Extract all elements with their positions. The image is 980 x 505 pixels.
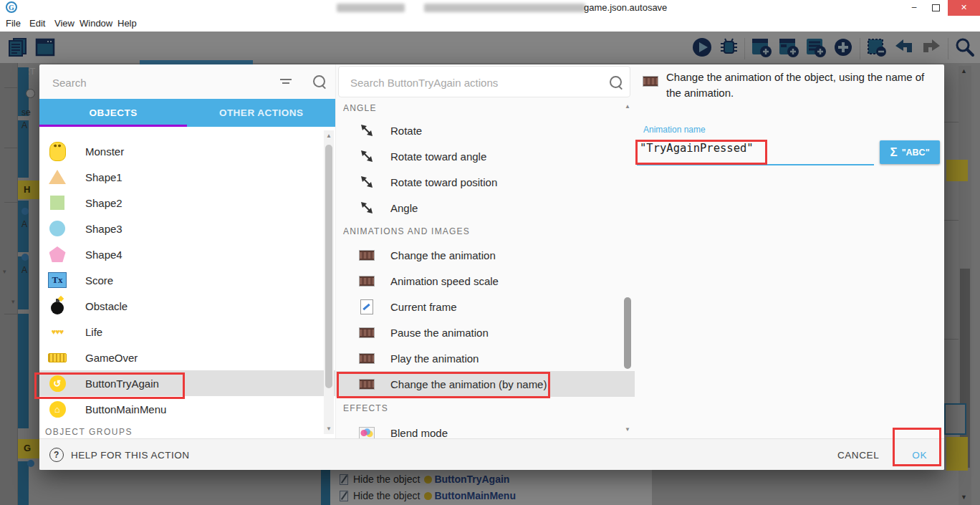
action-item-pause-animation[interactable]: Pause the animation <box>336 319 635 345</box>
objects-search-input[interactable] <box>51 73 261 92</box>
action-label: Animation speed scale <box>390 275 499 287</box>
object-label: ButtonMainMenu <box>85 403 166 415</box>
banner-icon <box>48 348 67 367</box>
filter-icon[interactable] <box>280 79 293 87</box>
object-list: Monster Shape1 Shape2 Shape3 Shape4 <box>39 127 335 438</box>
action-label: Play the animation <box>390 352 479 365</box>
object-label: Shape3 <box>85 223 123 235</box>
maximize-button[interactable] <box>926 0 946 16</box>
section-header-angle: ANGLE <box>336 99 635 117</box>
home-button-icon: ⌂ <box>48 400 67 419</box>
window-title: game.json.autosave <box>584 2 667 13</box>
action-item-rotate-toward-position[interactable]: Rotate toward position <box>336 169 635 195</box>
object-groups-header: OBJECT GROUPS <box>39 427 335 437</box>
film-icon <box>357 375 376 393</box>
action-item-blend-mode[interactable]: Blend mode <box>336 420 635 438</box>
bomb-icon <box>48 297 67 316</box>
cancel-button[interactable]: CANCEL <box>833 449 883 461</box>
rotate-icon <box>357 173 376 191</box>
menu-file[interactable]: File <box>6 18 21 29</box>
menu-view[interactable]: View <box>54 18 75 29</box>
object-item-monster[interactable]: Monster <box>39 138 335 164</box>
action-item-change-animation[interactable]: Change the animation <box>336 242 635 268</box>
text-object-icon: Tx <box>48 271 67 290</box>
tab-objects[interactable]: OBJECTS <box>39 99 188 127</box>
animation-name-field[interactable]: "TryAgainPressed" <box>640 142 754 155</box>
film-icon <box>357 324 376 341</box>
action-item-current-frame[interactable]: Current frame <box>336 294 635 319</box>
object-item-gameover[interactable]: GameOver <box>39 345 335 370</box>
action-label: Pause the animation <box>390 327 489 339</box>
action-label: Change the animation (by name) <box>390 378 547 390</box>
section-header-effects: EFFECTS <box>336 397 635 420</box>
action-label: Angle <box>390 202 418 214</box>
ok-button[interactable]: OK <box>908 449 931 461</box>
film-icon <box>357 350 376 367</box>
action-label: Rotate toward position <box>390 176 497 188</box>
action-chooser-panel: ANGLE Rotate Rotate toward angle Rotate … <box>335 64 634 438</box>
actions-search-input[interactable] <box>349 74 588 91</box>
expression-builder-button[interactable]: Σ "ABC" <box>880 140 940 164</box>
scroll-down-icon[interactable]: ▼ <box>625 426 630 433</box>
action-editor-dialog: OBJECTS OTHER ACTIONS Monster Shape1 Sha… <box>39 64 944 470</box>
minimize-button[interactable]: – <box>904 0 924 16</box>
action-label: Blend mode <box>390 427 448 439</box>
object-label: Life <box>85 326 102 338</box>
object-label: Monster <box>85 145 124 158</box>
film-icon <box>357 272 376 289</box>
help-for-this-action-link[interactable]: ? HELP FOR THIS ACTION <box>49 439 190 470</box>
scroll-down-icon[interactable]: ▼ <box>326 425 332 432</box>
action-list-scrollbar-thumb[interactable] <box>624 297 631 369</box>
object-list-scrollbar-thumb[interactable] <box>325 145 332 388</box>
action-item-change-animation-by-name[interactable]: Change the animation (by name) <box>336 371 635 397</box>
title-bar: G game.json.autosave – ✕ <box>0 0 980 16</box>
action-item-rotate[interactable]: Rotate <box>336 117 635 143</box>
action-item-angle[interactable]: Angle <box>336 195 635 221</box>
object-item-obstacle[interactable]: Obstacle <box>39 293 335 319</box>
action-item-rotate-toward-angle[interactable]: Rotate toward angle <box>336 143 635 169</box>
action-item-animation-speed-scale[interactable]: Animation speed scale <box>336 268 635 294</box>
retry-button-icon: ↺ <box>48 374 67 393</box>
search-icon <box>313 75 325 87</box>
action-label: Rotate <box>390 125 422 137</box>
square-icon <box>48 193 67 213</box>
action-label: Change the animation <box>390 249 496 261</box>
gdevelop-logo-icon: G <box>6 1 17 13</box>
actions-search-box <box>338 66 630 97</box>
maximize-icon <box>932 4 940 11</box>
menu-window[interactable]: Window <box>80 18 112 29</box>
object-item-shape2[interactable]: Shape2 <box>39 190 335 216</box>
field-underline <box>637 164 874 165</box>
object-item-buttontryagain[interactable]: ↺ ButtonTryAgain <box>39 370 335 396</box>
search-icon <box>610 76 622 88</box>
app-area: START ▾ ▾ H G se A A A Add condition Hid… <box>0 32 980 505</box>
object-item-shape3[interactable]: Shape3 <box>39 216 335 241</box>
object-label: ButtonTryAgain <box>85 377 159 390</box>
close-button[interactable]: ✕ <box>948 0 980 16</box>
rotate-icon <box>357 148 376 165</box>
menu-bar: File Edit View Window Help <box>0 16 980 32</box>
object-item-shape4[interactable]: Shape4 <box>39 241 335 267</box>
object-item-buttonmainmenu[interactable]: ⌂ ButtonMainMenu <box>39 396 335 422</box>
help-label: HELP FOR THIS ACTION <box>71 450 190 461</box>
rotate-icon <box>357 122 376 139</box>
tab-other-actions[interactable]: OTHER ACTIONS <box>188 99 336 127</box>
object-item-score[interactable]: Tx Score <box>39 267 335 293</box>
film-icon <box>357 246 376 264</box>
action-item-play-animation[interactable]: Play the animation <box>336 345 635 371</box>
blend-mode-icon <box>357 424 376 438</box>
object-item-life[interactable]: ♥♥♥ Life <box>39 319 335 345</box>
scroll-up-icon[interactable]: ▲ <box>326 133 332 139</box>
dialog-footer: ? HELP FOR THIS ACTION CANCEL OK <box>39 438 944 470</box>
sigma-icon: Σ <box>890 145 897 160</box>
action-label: Current frame <box>390 301 457 313</box>
menu-help[interactable]: Help <box>117 18 137 29</box>
menu-edit[interactable]: Edit <box>29 18 45 29</box>
object-tabs: OBJECTS OTHER ACTIONS <box>39 99 335 127</box>
object-item-shape1[interactable]: Shape1 <box>39 164 335 190</box>
action-label: Rotate toward angle <box>390 150 486 163</box>
frame-icon <box>357 298 376 315</box>
action-description: Change the animation of the object, usin… <box>666 69 931 101</box>
rotate-icon <box>357 199 376 216</box>
scroll-up-icon[interactable]: ▲ <box>625 103 630 110</box>
